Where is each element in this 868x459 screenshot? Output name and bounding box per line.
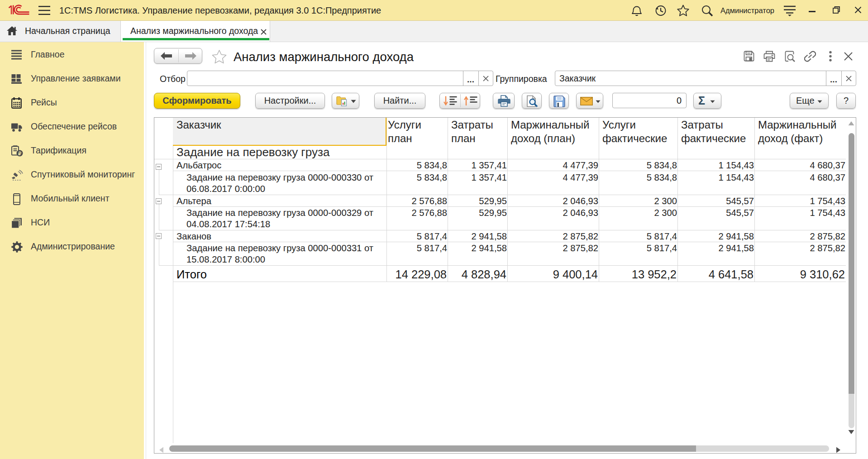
svg-text:₽: ₽ xyxy=(18,151,21,156)
